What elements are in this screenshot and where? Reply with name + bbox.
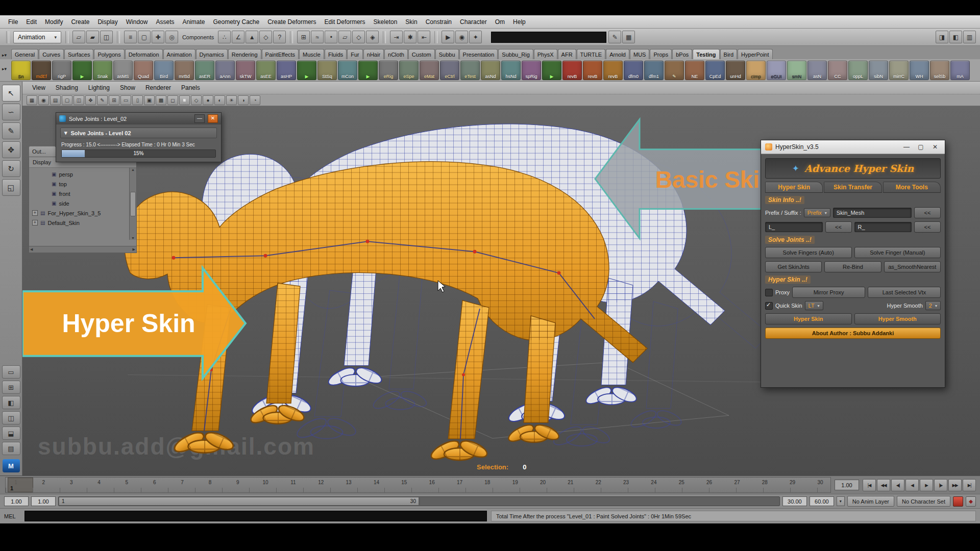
shelf-tab[interactable]: Bird (720, 49, 738, 59)
playback-start-field[interactable]: 1.00 (31, 496, 56, 506)
mask-hulls-icon[interactable]: ◇ (259, 31, 272, 43)
snap-point-icon[interactable]: • (325, 31, 337, 43)
shelf-icon[interactable]: dfm1 (644, 61, 664, 80)
two-pane-layout[interactable]: ◫ (2, 411, 20, 424)
animation-end-field[interactable]: 60.00 (810, 496, 834, 506)
expand-icon[interactable]: + (32, 220, 38, 226)
shelf-tab[interactable]: Polygons (94, 49, 124, 59)
proxy-checkbox[interactable] (765, 289, 773, 296)
last-selected-vtx-button[interactable]: Last Selected Vtx (868, 287, 941, 298)
bookmarks-icon[interactable]: ▢ (62, 95, 72, 105)
shelf-icon[interactable]: asHP (277, 61, 296, 80)
panel-menu-item[interactable]: Renderer (141, 83, 176, 92)
command-input[interactable] (24, 511, 487, 521)
shelf-icon[interactable]: sibN (869, 61, 888, 80)
grip-handle[interactable] (383, 31, 386, 43)
shelf-tab[interactable]: MUS (630, 49, 649, 59)
move-tool[interactable]: ✥ (2, 141, 20, 158)
step-back-key-button[interactable]: ◀◀ (877, 479, 890, 491)
scale-tool[interactable]: ◱ (2, 179, 20, 196)
smooth-level-dropdown[interactable]: 2 ▾ (925, 301, 941, 310)
mask-points-icon[interactable]: ∴ (218, 31, 231, 43)
make-live-icon[interactable]: ◈ (366, 31, 379, 43)
shelf-icon[interactable]: asER (195, 61, 214, 80)
timeline-frame-tick[interactable]: 3 (65, 478, 78, 492)
outliner-item[interactable]: ▣ persp (43, 169, 129, 179)
wireframe-mode-icon[interactable]: ◇ (191, 95, 202, 105)
range-options-dropdown[interactable]: ▾ (837, 496, 845, 506)
quick-selection-field[interactable] (491, 32, 606, 43)
shelf-icon[interactable]: asN (807, 61, 827, 80)
shelf-icon[interactable]: hsNd (501, 61, 521, 80)
select-component-icon[interactable]: ✚ (152, 31, 164, 43)
snap-curve-icon[interactable]: ≈ (311, 31, 324, 43)
menu-item[interactable]: Geometry Cache (209, 16, 264, 28)
shelf-tab[interactable]: General (11, 49, 38, 59)
select-camera-icon[interactable]: ▦ (27, 95, 37, 105)
timeline-frame-tick[interactable]: 10 (259, 478, 272, 492)
shelf-icon[interactable]: mCon (338, 61, 357, 80)
solve-finger-manual-button[interactable]: Solve Finger (Manual) (854, 247, 941, 258)
outliner-horizontal-scrollbar[interactable]: ◀ ▶ (29, 246, 136, 253)
timeline-frame-tick[interactable]: 7 (176, 478, 188, 492)
shelf-tab[interactable]: HyperPoint (738, 49, 772, 59)
shelf-tab[interactable]: AFR (558, 49, 576, 59)
timeline-frame-tick[interactable]: 29 (787, 478, 799, 492)
hyper-smooth-button[interactable]: Hyper Smooth (854, 313, 941, 324)
shelf-tab[interactable]: Props (650, 49, 672, 59)
shadows-icon[interactable]: ◑ (238, 95, 249, 105)
safe-title-icon[interactable]: ◽ (179, 95, 190, 105)
timeline-frame-tick[interactable]: 8 (204, 478, 216, 492)
menu-item[interactable]: Window (122, 16, 152, 28)
range-slider-selected[interactable]: 1 30 (59, 497, 420, 505)
character-set-selector[interactable]: No Character Set (897, 496, 950, 507)
resolution-gate-icon[interactable]: ▯ (132, 95, 143, 105)
hyper-skin-button[interactable]: Hyper Skin (765, 313, 852, 324)
mask-misc-icon[interactable]: ? (273, 31, 286, 43)
load-right-button[interactable]: << (914, 221, 941, 233)
timeline-frame-tick[interactable]: 26 (703, 478, 716, 492)
playback-end-field[interactable]: 30.00 (782, 496, 807, 506)
lasso-select-tool[interactable]: ∽ (2, 104, 20, 120)
step-forward-key-button[interactable]: ▶▶ (948, 479, 962, 491)
load-left-button[interactable]: << (825, 221, 852, 233)
xray-icon[interactable]: ◔ (250, 95, 260, 105)
shelf-icon[interactable]: Quad (134, 61, 153, 80)
shelf-icon[interactable]: CpEd (705, 61, 725, 80)
timeline-ticks[interactable]: 1 12345678910111213141516171819202122232… (5, 477, 831, 493)
menu-item[interactable]: Om (491, 16, 509, 28)
shelf-icon[interactable]: eSpe (399, 61, 419, 80)
ipr-render-icon[interactable]: ◉ (455, 31, 468, 43)
shelf-icon[interactable]: rigP (52, 61, 71, 80)
render-settings-icon[interactable]: ✦ (469, 31, 482, 43)
shelf-icon[interactable]: aAnn (215, 61, 235, 80)
step-forward-frame-button[interactable]: |▶ (934, 479, 947, 491)
shelf-tab[interactable]: Deformation (125, 49, 163, 59)
shelf-tab[interactable]: TURTLE (577, 49, 606, 59)
output-connections-icon[interactable]: ⇤ (418, 31, 430, 43)
rebind-button[interactable]: Re-Bind (824, 261, 881, 272)
expand-icon[interactable]: + (32, 210, 38, 216)
shelf-icon[interactable]: spRig (522, 61, 541, 80)
outliner-item[interactable]: ▣ side (43, 198, 129, 208)
timeline-frame-tick[interactable]: 17 (454, 478, 466, 492)
menu-item[interactable]: Assets (152, 16, 178, 28)
menu-item[interactable]: Modify (41, 16, 67, 28)
hypershade-layout[interactable]: ▤ (2, 442, 20, 455)
persp-outliner-layout[interactable]: ◧ (2, 396, 20, 409)
shelf-icon[interactable]: revB (562, 61, 582, 80)
menu-item[interactable]: Skeleton (370, 16, 402, 28)
snap-view-icon[interactable]: ◇ (352, 31, 365, 43)
panel-menu-item[interactable]: Show (115, 83, 140, 92)
timeline-frame-tick[interactable]: 25 (675, 478, 688, 492)
lock-camera-icon[interactable]: ◉ (38, 95, 49, 105)
current-time-field[interactable]: 1.00 (835, 480, 859, 490)
scroll-right-icon[interactable]: ▶ (133, 247, 135, 252)
construction-history-icon[interactable]: ✱ (404, 31, 416, 43)
timeline-frame-tick[interactable]: 24 (648, 478, 660, 492)
gate-mask-icon[interactable]: ▣ (144, 95, 155, 105)
image-plane-icon[interactable]: ◫ (74, 95, 84, 105)
right-prefix-field[interactable]: R_ (854, 222, 912, 232)
panel-menu-item[interactable]: Panels (177, 83, 205, 92)
timeline-frame-tick[interactable]: 4 (93, 478, 105, 492)
